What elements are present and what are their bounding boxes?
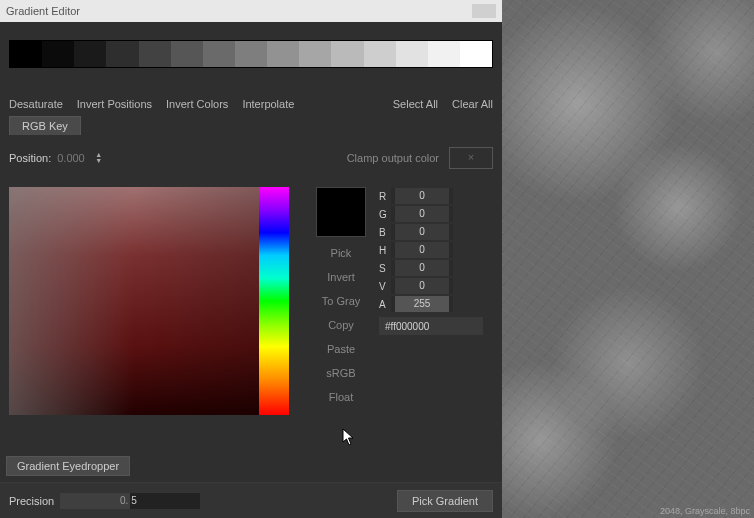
swatch-actions: Pick Invert To Gray Copy Paste sRGB Floa… — [322, 247, 361, 403]
hex-input[interactable] — [379, 317, 483, 335]
position-stepper[interactable]: ▲ ▼ — [95, 152, 102, 164]
channel-value[interactable]: 0 — [391, 260, 453, 276]
color-picker-field[interactable] — [9, 187, 259, 415]
gradient-strip[interactable] — [9, 40, 493, 68]
color-swatch[interactable] — [316, 187, 366, 237]
gradient-stop[interactable] — [396, 41, 428, 67]
gradient-stop[interactable] — [171, 41, 203, 67]
desaturate-action[interactable]: Desaturate — [9, 98, 63, 110]
precision-value-right: 5 — [130, 493, 137, 509]
gradient-stop[interactable] — [139, 41, 171, 67]
gradient-stop[interactable] — [428, 41, 460, 67]
gradient-stop[interactable] — [235, 41, 267, 67]
precision-value-left: 0. — [60, 493, 130, 509]
channel-row-s: S0 — [379, 259, 483, 277]
precision-label: Precision — [9, 495, 54, 507]
channel-values: R0 G0 B0 H0 S0 V0 A255 — [379, 187, 483, 415]
invert-action[interactable]: Invert — [322, 271, 361, 283]
gradient-stop[interactable] — [203, 41, 235, 67]
channel-label: V — [379, 281, 391, 292]
channel-value[interactable]: 0 — [391, 206, 453, 222]
spacer — [308, 98, 378, 110]
channel-value[interactable]: 0 — [391, 278, 453, 294]
gradient-editor-panel: Gradient Editor Desaturate Invert Positi… — [0, 0, 502, 518]
texture-image — [502, 0, 754, 518]
channel-value[interactable]: 0 — [391, 224, 453, 240]
chevron-down-icon[interactable]: ▼ — [95, 158, 102, 164]
swatch-column: Pick Invert To Gray Copy Paste sRGB Floa… — [311, 187, 371, 415]
channel-value[interactable]: 0 — [391, 242, 453, 258]
channel-row-h: H0 — [379, 241, 483, 259]
gradient-stop[interactable] — [460, 41, 492, 67]
pick-action[interactable]: Pick — [322, 247, 361, 259]
channel-label: B — [379, 227, 391, 238]
gradient-stop[interactable] — [10, 41, 42, 67]
channel-label: G — [379, 209, 391, 220]
channel-row-g: G0 — [379, 205, 483, 223]
srgb-action[interactable]: sRGB — [322, 367, 361, 379]
channel-label: A — [379, 299, 391, 310]
action-bar: Desaturate Invert Positions Invert Color… — [0, 68, 502, 116]
position-value[interactable]: 0.000 — [57, 152, 93, 164]
clamp-label: Clamp output color — [347, 152, 439, 164]
window-title: Gradient Editor — [6, 5, 80, 17]
tab-row: RGB Key — [0, 116, 502, 135]
gradient-stop[interactable] — [299, 41, 331, 67]
gradient-eyedropper-button[interactable]: Gradient Eyedropper — [6, 456, 130, 476]
to-gray-action[interactable]: To Gray — [322, 295, 361, 307]
tab-rgb-key[interactable]: RGB Key — [9, 116, 81, 135]
channel-value[interactable]: 0 — [391, 188, 453, 204]
precision-slider[interactable]: 0. 5 — [60, 493, 200, 509]
picker-area: Pick Invert To Gray Copy Paste sRGB Floa… — [0, 169, 502, 415]
gradient-stop[interactable] — [331, 41, 363, 67]
channel-value[interactable]: 255 — [391, 296, 453, 312]
gradient-stop[interactable] — [74, 41, 106, 67]
pick-gradient-button[interactable]: Pick Gradient — [397, 490, 493, 512]
channel-row-v: V0 — [379, 277, 483, 295]
channel-row-b: B0 — [379, 223, 483, 241]
position-row: Position: 0.000 ▲ ▼ Clamp output color × — [0, 135, 502, 169]
interpolate-action[interactable]: Interpolate — [242, 98, 294, 110]
bottom-bar: Precision 0. 5 Pick Gradient — [0, 482, 502, 518]
channel-label: S — [379, 263, 391, 274]
channel-label: H — [379, 245, 391, 256]
hex-row — [379, 313, 483, 335]
position-label: Position: — [9, 152, 51, 164]
gradient-stop[interactable] — [106, 41, 138, 67]
invert-colors-action[interactable]: Invert Colors — [166, 98, 228, 110]
window-control[interactable] — [472, 4, 496, 18]
titlebar: Gradient Editor — [0, 0, 502, 22]
preview-footer-label: 2048, Grayscale, 8bpc — [660, 506, 750, 516]
gradient-stop[interactable] — [267, 41, 299, 67]
channel-row-r: R0 — [379, 187, 483, 205]
paste-action[interactable]: Paste — [322, 343, 361, 355]
channel-row-a: A255 — [379, 295, 483, 313]
gradient-stop[interactable] — [364, 41, 396, 67]
select-all-action[interactable]: Select All — [393, 98, 438, 110]
eyedropper-row: Gradient Eyedropper — [6, 456, 130, 476]
copy-action[interactable]: Copy — [322, 319, 361, 331]
texture-preview[interactable]: 2048, Grayscale, 8bpc — [502, 0, 754, 518]
clear-all-action[interactable]: Clear All — [452, 98, 493, 110]
hue-slider[interactable] — [259, 187, 289, 415]
float-action[interactable]: Float — [322, 391, 361, 403]
invert-positions-action[interactable]: Invert Positions — [77, 98, 152, 110]
gradient-stop[interactable] — [42, 41, 74, 67]
channel-label: R — [379, 191, 391, 202]
cursor-icon — [342, 428, 356, 446]
clamp-button[interactable]: × — [449, 147, 493, 169]
